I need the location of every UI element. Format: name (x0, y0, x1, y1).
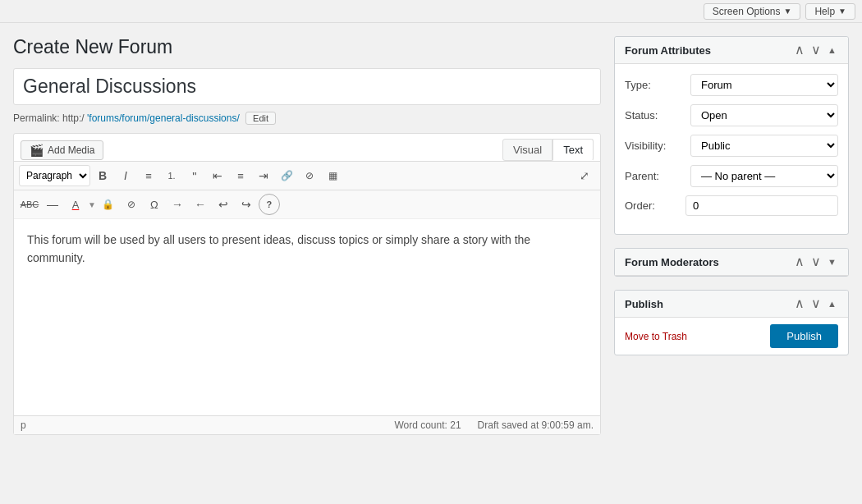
moderators-collapse-button[interactable]: ▼ (826, 258, 838, 267)
help-toolbar-button[interactable]: ? (259, 194, 280, 215)
top-bar: Screen Options ▼ Help ▼ (0, 0, 862, 23)
order-input[interactable] (685, 195, 838, 216)
forum-moderators-panel: Forum Moderators ∧ ∨ ▼ (614, 248, 849, 277)
status-row: Status: Open Closed Private Hidden (625, 104, 838, 126)
type-row: Type: Forum Category (625, 74, 838, 96)
move-to-trash-button[interactable]: Move to Trash (625, 331, 687, 342)
publish-button[interactable]: Publish (770, 324, 838, 348)
forum-attributes-panel: Forum Attributes ∧ ∨ ▲ Type: Forum Categ… (614, 36, 849, 235)
tab-visual[interactable]: Visual (502, 139, 553, 161)
publish-actions: Move to Trash Publish (615, 318, 848, 355)
permalink-edit-button[interactable]: Edit (245, 112, 276, 125)
special-chars-button[interactable]: Ω (144, 194, 165, 215)
permalink-prefix: Permalink: http:/ (13, 112, 85, 124)
publish-up-button[interactable]: ∧ (793, 297, 806, 310)
add-media-button[interactable]: 🎬 Add Media (21, 140, 103, 160)
right-column: Forum Attributes ∧ ∨ ▲ Type: Forum Categ… (614, 36, 849, 435)
clear-format-button[interactable]: ⊘ (121, 194, 142, 215)
visibility-label: Visibility: (625, 140, 690, 152)
color-button[interactable]: A (65, 194, 86, 215)
unordered-list-button[interactable]: ≡ (138, 165, 159, 186)
forum-attributes-body: Type: Forum Category Status: Open Closed… (615, 64, 848, 234)
table-button[interactable]: ▦ (322, 165, 343, 186)
main-layout: Create New Forum Permalink: http:/ 'foru… (0, 23, 862, 435)
order-label: Order: (625, 199, 685, 212)
bold-button[interactable]: B (92, 165, 113, 186)
panel-up-button[interactable]: ∧ (793, 44, 806, 57)
help-label: Help (814, 6, 835, 17)
status-select[interactable]: Open Closed Private Hidden (690, 104, 838, 126)
forum-moderators-header: Forum Moderators ∧ ∨ ▼ (615, 249, 848, 276)
forum-attributes-title: Forum Attributes (625, 44, 711, 57)
forum-title-input[interactable] (13, 68, 601, 105)
publish-down-button[interactable]: ∨ (809, 297, 823, 310)
panel-header-controls: ∧ ∨ ▲ (793, 44, 838, 57)
align-left-button[interactable]: ⇤ (207, 165, 228, 186)
moderators-up-button[interactable]: ∧ (793, 255, 806, 268)
redo-button[interactable]: ↪ (236, 194, 257, 215)
status-label: Status: (625, 109, 690, 121)
parent-label: Parent: (625, 170, 690, 182)
publish-title: Publish (625, 298, 663, 310)
toolbar-row-2: ABC — A ▼ 🔒 ⊘ Ω → ← ↩ ↪ ? (14, 190, 600, 218)
moderators-down-button[interactable]: ∨ (809, 255, 823, 268)
draft-saved: Draft saved at 9:00:59 am. (478, 419, 594, 431)
editor-wrapper: 🎬 Add Media Visual Text Paragraph B I ≡ … (13, 133, 601, 435)
parent-select[interactable]: — No parent — (690, 165, 838, 187)
ordered-list-button[interactable]: 1. (161, 165, 182, 186)
page-title: Create New Forum (13, 36, 601, 58)
editor-view-tabs: Visual Text (502, 139, 594, 161)
tab-text[interactable]: Text (553, 139, 594, 161)
left-column: Create New Forum Permalink: http:/ 'foru… (13, 36, 601, 435)
strikethrough-button[interactable]: ABC (19, 194, 40, 215)
publish-collapse-button[interactable]: ▲ (826, 300, 838, 309)
publish-panel-controls: ∧ ∨ ▲ (793, 297, 838, 310)
forum-attributes-header: Forum Attributes ∧ ∨ ▲ (615, 37, 848, 64)
unlink-button[interactable]: ⊘ (299, 165, 320, 186)
fullscreen-button[interactable]: ⤢ (574, 165, 595, 186)
type-label: Type: (625, 79, 690, 91)
outdent-button[interactable]: ← (190, 194, 211, 215)
screen-options-button[interactable]: Screen Options ▼ (704, 3, 801, 20)
editor-footer: p Word count: 21 Draft saved at 9:00:59 … (14, 415, 600, 434)
add-media-label: Add Media (48, 144, 94, 156)
panel-down-button[interactable]: ∨ (809, 44, 823, 57)
permalink-url[interactable]: 'forums/forum/general-discussions/ (87, 112, 240, 124)
visibility-row: Visibility: Public Private Hidden (625, 135, 838, 157)
panel-collapse-button[interactable]: ▲ (826, 46, 838, 55)
word-count: Word count: 21 (394, 419, 461, 431)
permalink-bar: Permalink: http:/ 'forums/forum/general-… (13, 112, 601, 125)
order-row: Order: (625, 195, 838, 216)
help-chevron: ▼ (838, 7, 846, 16)
paragraph-select[interactable]: Paragraph (19, 165, 90, 186)
undo-button[interactable]: ↩ (213, 194, 234, 215)
parent-row: Parent: — No parent — (625, 165, 838, 187)
toolbar-row-1: Paragraph B I ≡ 1. " ⇤ ≡ ⇥ 🔗 ⊘ ▦ ⤢ (14, 161, 600, 190)
indent-button[interactable]: → (167, 194, 188, 215)
align-right-button[interactable]: ⇥ (253, 165, 274, 186)
editor-text: This forum will be used by all users to … (27, 233, 530, 264)
editor-tag: p (21, 419, 26, 431)
editor-top-toolbar: 🎬 Add Media Visual Text (14, 134, 600, 161)
align-center-button[interactable]: ≡ (230, 165, 251, 186)
screen-options-chevron: ▼ (784, 7, 792, 16)
publish-header: Publish ∧ ∨ ▲ (615, 291, 848, 318)
visibility-select[interactable]: Public Private Hidden (690, 135, 838, 157)
type-select[interactable]: Forum Category (690, 74, 838, 96)
publish-panel: Publish ∧ ∨ ▲ Move to Trash Publish (614, 290, 849, 355)
moderators-panel-controls: ∧ ∨ ▼ (793, 255, 838, 268)
help-button[interactable]: Help ▼ (805, 3, 855, 20)
screen-options-label: Screen Options (713, 6, 781, 17)
italic-button[interactable]: I (115, 165, 136, 186)
hr-button[interactable]: — (42, 194, 63, 215)
link-button[interactable]: 🔗 (276, 165, 297, 186)
color-arrow: ▼ (88, 200, 96, 209)
forum-moderators-title: Forum Moderators (625, 256, 719, 268)
blockquote-button[interactable]: " (184, 165, 205, 186)
lock-button[interactable]: 🔒 (98, 194, 119, 215)
add-media-icon: 🎬 (30, 144, 44, 157)
editor-content[interactable]: This forum will be used by all users to … (14, 218, 600, 415)
